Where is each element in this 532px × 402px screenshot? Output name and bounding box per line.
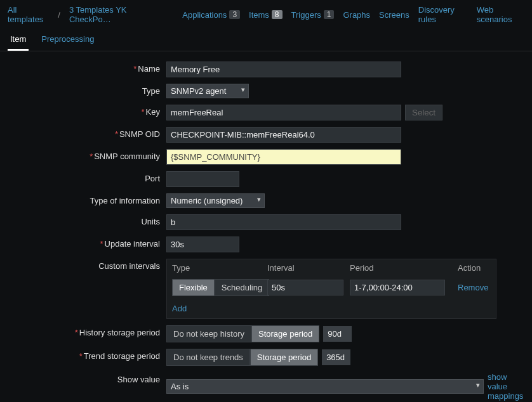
applications-count: 3 (229, 10, 240, 19)
triggers-count: 1 (324, 10, 335, 19)
history-storage-btn[interactable]: Storage period (251, 325, 319, 342)
history-value-input[interactable] (323, 326, 352, 342)
label-name: *Name (8, 62, 166, 74)
snmp-oid-input[interactable] (166, 127, 401, 143)
th-type: Type (172, 263, 267, 273)
nav-web[interactable]: Web scenarios (477, 5, 524, 24)
breadcrumb-sep: / (58, 10, 60, 20)
all-templates-link[interactable]: All templates (8, 5, 49, 24)
units-input[interactable] (166, 214, 401, 230)
th-period: Period (350, 263, 458, 273)
template-crumb[interactable]: 3 Templates YK CheckPo… (69, 5, 158, 24)
type-info-select[interactable]: Numeric (unsigned) (166, 193, 265, 208)
interval-delay-input[interactable] (267, 280, 343, 295)
nav-discovery[interactable]: Discovery rules (418, 5, 468, 24)
label-show-value: Show value (8, 372, 166, 384)
key-input[interactable] (166, 105, 401, 120)
th-action: Action (458, 263, 502, 273)
update-interval-input[interactable] (166, 237, 239, 252)
th-interval: Interval (267, 263, 350, 273)
snmp-community-input[interactable] (166, 149, 401, 165)
interval-scheduling-btn[interactable]: Scheduling (215, 279, 269, 296)
interval-flexible-btn[interactable]: Flexible (172, 279, 215, 296)
nav-items[interactable]: Items 8 (249, 10, 282, 20)
nav-screens[interactable]: Screens (379, 10, 409, 20)
item-form: *Name Type SNMPv2 agent *Key Select *SNM… (0, 51, 532, 402)
trend-nokeep-btn[interactable]: Do not keep trends (166, 349, 250, 366)
tab-preprocessing[interactable]: Preprocessing (39, 29, 96, 51)
custom-intervals-table: Type Interval Period Action Flexible Sch… (166, 259, 496, 319)
label-snmp-oid: *SNMP OID (8, 127, 166, 139)
label-port: Port (8, 171, 166, 183)
tabs: Item Preprocessing (0, 29, 532, 51)
breadcrumb-nav: All templates / 3 Templates YK CheckPo… … (0, 0, 532, 29)
label-trend: *Trend storage period (8, 349, 166, 361)
label-key: *Key (8, 105, 166, 117)
items-count: 8 (272, 10, 283, 19)
label-custom-intervals: Custom intervals (8, 259, 166, 271)
type-select[interactable]: SNMPv2 agent (166, 84, 249, 98)
show-value-mappings-link[interactable]: show value mappings (488, 372, 524, 401)
interval-period-input[interactable] (350, 280, 445, 295)
select-button[interactable]: Select (405, 105, 442, 120)
label-snmp-community: *SNMP community (8, 149, 166, 161)
interval-remove-link[interactable]: Remove (458, 283, 488, 292)
trend-value-input[interactable] (322, 349, 350, 365)
label-units: Units (8, 214, 166, 226)
trend-storage-btn[interactable]: Storage period (250, 349, 318, 366)
tab-item[interactable]: Item (8, 29, 29, 51)
label-type: Type (8, 84, 166, 96)
name-input[interactable] (166, 62, 401, 77)
history-nokeep-btn[interactable]: Do not keep history (166, 325, 251, 342)
label-update-interval: *Update interval (8, 237, 166, 249)
port-input[interactable] (166, 171, 239, 187)
nav-graphs[interactable]: Graphs (343, 10, 370, 20)
interval-add-link[interactable]: Add (172, 304, 187, 313)
label-type-info: Type of information (8, 193, 166, 205)
show-value-select[interactable]: As is (166, 379, 484, 394)
nav-applications[interactable]: Applications 3 (182, 10, 240, 20)
nav-triggers[interactable]: Triggers 1 (291, 10, 335, 20)
label-history: *History storage period (8, 325, 166, 337)
